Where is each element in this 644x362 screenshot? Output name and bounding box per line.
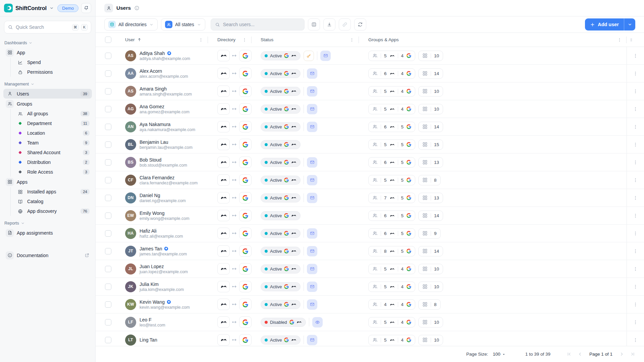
- cloud-directory-icon[interactable]: [217, 281, 230, 292]
- groups-summary[interactable]: 7 5: [368, 193, 415, 203]
- column-menu-button[interactable]: [617, 38, 622, 42]
- invite-email-button[interactable]: [307, 246, 317, 256]
- brand-chevron-down-icon[interactable]: [49, 6, 54, 10]
- section-label-reports[interactable]: Reports: [4, 221, 91, 226]
- user-name[interactable]: Daniel Ng: [140, 193, 186, 198]
- add-user-button[interactable]: Add user: [585, 18, 624, 31]
- cloud-directory-icon[interactable]: [217, 103, 230, 115]
- status-badge[interactable]: Active: [261, 300, 301, 309]
- sidebar-item-app-assignments[interactable]: App assignments: [3, 228, 92, 238]
- sidebar-item-shared-account[interactable]: Shared Account3: [14, 148, 92, 157]
- row-checkbox[interactable]: [105, 213, 111, 219]
- row-menu-button[interactable]: [633, 195, 638, 200]
- status-badge[interactable]: Active: [261, 193, 301, 202]
- row-menu-button[interactable]: [633, 107, 638, 112]
- status-badge[interactable]: Active: [261, 105, 301, 114]
- google-directory-icon[interactable]: [239, 245, 252, 257]
- status-badge[interactable]: Active: [261, 282, 301, 291]
- groups-summary[interactable]: 6 5: [368, 228, 415, 239]
- user-name[interactable]: Kevin Wang: [140, 299, 190, 305]
- row-checkbox[interactable]: [105, 106, 111, 112]
- invite-email-button[interactable]: [307, 335, 317, 345]
- cloud-directory-icon[interactable]: [217, 157, 230, 168]
- apps-summary[interactable]: 13: [418, 157, 443, 168]
- apps-summary[interactable]: 14: [418, 246, 443, 256]
- user-name[interactable]: Ana Gomez: [140, 104, 190, 109]
- groups-summary[interactable]: 5 4: [368, 104, 415, 114]
- first-page-button[interactable]: [567, 352, 572, 357]
- groups-summary[interactable]: 6 5: [368, 157, 415, 168]
- user-name[interactable]: Ling Tan: [140, 337, 157, 343]
- groups-summary[interactable]: 6 5: [368, 210, 415, 221]
- apps-summary[interactable]: 10: [418, 86, 443, 97]
- apps-summary[interactable]: 14: [418, 210, 443, 221]
- cloud-directory-icon[interactable]: [217, 210, 230, 221]
- sidebar-item-permissions[interactable]: Permissions: [14, 67, 92, 77]
- row-menu-button[interactable]: [633, 124, 638, 129]
- groups-summary[interactable]: 8 5: [368, 246, 415, 256]
- user-name[interactable]: Aya Nakamura: [140, 122, 195, 127]
- last-page-button[interactable]: [630, 352, 635, 357]
- invite-email-button[interactable]: [307, 264, 317, 274]
- columns-button[interactable]: [308, 18, 320, 31]
- status-badge[interactable]: Active: [261, 264, 301, 274]
- sidebar-item-department[interactable]: Department11: [14, 119, 92, 128]
- sidebar-item-documentation[interactable]: Documentation: [3, 250, 92, 260]
- row-checkbox[interactable]: [105, 230, 111, 237]
- apps-summary[interactable]: 8: [418, 175, 441, 185]
- user-name[interactable]: Aditya Shah: [140, 51, 190, 56]
- apps-summary[interactable]: 9: [418, 228, 441, 239]
- sidebar-item-catalog[interactable]: Catalog: [14, 197, 92, 206]
- cloud-directory-icon[interactable]: [217, 139, 230, 150]
- row-checkbox[interactable]: [105, 248, 111, 254]
- apps-summary[interactable]: 10: [418, 104, 443, 114]
- google-directory-icon[interactable]: [239, 157, 252, 168]
- refresh-button[interactable]: [354, 18, 366, 31]
- row-checkbox[interactable]: [105, 141, 111, 148]
- cloud-directory-icon[interactable]: [217, 50, 230, 61]
- notifications-button[interactable]: [81, 3, 91, 13]
- row-menu-button[interactable]: [633, 53, 638, 58]
- cloud-directory-icon[interactable]: [217, 192, 230, 203]
- column-menu-button[interactable]: [242, 38, 247, 42]
- groups-summary[interactable]: 6 5: [368, 122, 415, 132]
- status-badge[interactable]: Active: [261, 211, 301, 220]
- sidebar-item-app-discovery[interactable]: App discovery76: [14, 206, 92, 216]
- row-checkbox[interactable]: [105, 195, 111, 201]
- google-directory-icon[interactable]: [239, 139, 252, 150]
- invite-email-button[interactable]: [320, 51, 331, 61]
- sidebar-item-spend[interactable]: Spend: [14, 58, 92, 67]
- row-checkbox[interactable]: [105, 159, 111, 166]
- invite-email-button[interactable]: [307, 299, 317, 310]
- page-size-select[interactable]: 100: [493, 352, 506, 357]
- groups-summary[interactable]: 5 4: [368, 86, 415, 97]
- sidebar-item-all-groups[interactable]: All groups38: [14, 109, 92, 118]
- cloud-directory-icon[interactable]: [217, 228, 230, 239]
- cloud-directory-icon[interactable]: [217, 299, 230, 310]
- row-menu-button[interactable]: [633, 71, 638, 76]
- sidebar-item-installed-apps[interactable]: Installed apps24: [14, 187, 92, 196]
- row-menu-button[interactable]: [633, 249, 638, 254]
- user-name[interactable]: Emily Wong: [140, 210, 190, 216]
- row-menu-button[interactable]: [633, 231, 638, 236]
- apps-summary[interactable]: 15: [418, 139, 443, 150]
- apps-summary[interactable]: 10: [418, 317, 443, 327]
- google-directory-icon[interactable]: [239, 228, 252, 239]
- status-badge[interactable]: Active: [261, 158, 301, 167]
- states-filter[interactable]: All states: [161, 18, 205, 31]
- row-menu-button[interactable]: [633, 320, 638, 325]
- add-user-dropdown-button[interactable]: [624, 18, 635, 31]
- sidebar-item-users[interactable]: Users39: [3, 89, 92, 99]
- google-directory-icon[interactable]: [239, 121, 252, 132]
- user-name[interactable]: Hafiz Ali: [140, 228, 183, 234]
- sidebar-item-apps[interactable]: Apps: [3, 177, 92, 187]
- status-badge[interactable]: Active: [261, 122, 301, 131]
- eye-button[interactable]: [312, 317, 323, 327]
- user-name[interactable]: Alex Acorn: [140, 68, 188, 74]
- info-icon[interactable]: [134, 5, 140, 11]
- sidebar-item-team[interactable]: Team9: [14, 138, 92, 147]
- row-menu-button[interactable]: [633, 178, 638, 183]
- row-checkbox[interactable]: [105, 70, 111, 77]
- cloud-directory-icon[interactable]: [217, 174, 230, 186]
- row-menu-button[interactable]: [633, 142, 638, 147]
